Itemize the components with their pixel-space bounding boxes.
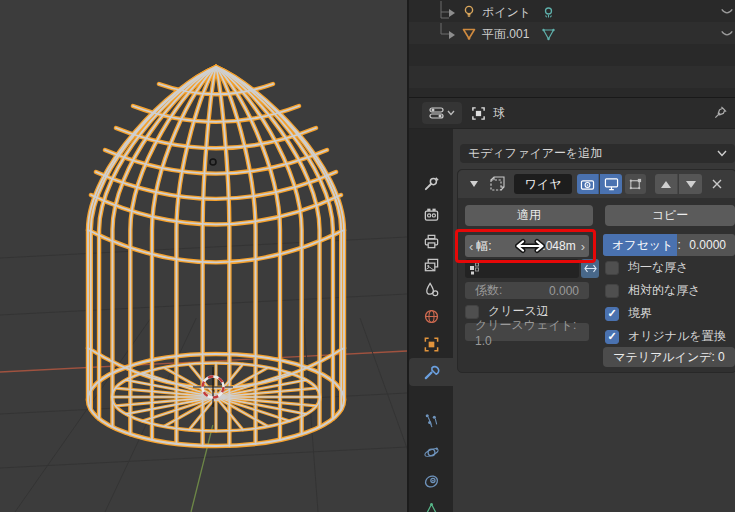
add-modifier-dropdown[interactable]: モディファイアーを追加 [460,144,735,163]
vertex-group-field[interactable] [465,259,579,278]
vertex-group-icon [469,262,483,276]
crease-weight-label: クリースウェイト: 1.0 [475,317,579,348]
even-thickness-checkbox[interactable] [605,261,619,275]
relative-thickness-row: 相対的な厚さ [605,283,701,298]
boundary-checkbox[interactable] [605,307,619,321]
printer-icon [423,233,440,250]
mesh-data-icon [541,27,556,42]
breadcrumb-object-name[interactable]: 球 [493,105,505,122]
monitor-icon [604,177,619,191]
relative-thickness-checkbox[interactable] [605,284,619,298]
pin-icon[interactable] [713,105,728,120]
factor-value: 0.000 [549,284,579,298]
move-modifier-down-button[interactable] [679,174,702,194]
tab-object[interactable] [409,330,453,358]
particles-icon [423,412,440,429]
blender-window: ポイント 平面.001 [0,0,735,512]
tab-object-data[interactable] [409,495,453,512]
camera-icon [580,178,595,191]
properties-tab-strip [409,129,453,512]
slider-increase-icon[interactable] [578,239,589,254]
replace-original-row: オリジナルを置換 [605,329,726,344]
swap-arrows-icon [584,264,597,273]
even-thickness-row: 均一な厚さ [605,260,689,275]
tab-particles[interactable] [409,406,453,434]
object-properties-icon [423,336,440,353]
editor-type-selector[interactable] [422,102,462,124]
properties-editor-icon [429,106,445,120]
chevron-down-icon [717,150,727,157]
closed-eye-icon[interactable] [720,6,734,18]
relative-thickness-label: 相対的な厚さ [628,282,701,299]
closed-eye-icon[interactable] [720,28,734,40]
breadcrumb: 球 [471,105,505,122]
arrow-down-icon [686,181,696,188]
width-slider[interactable]: 幅: 0.048m [465,235,589,257]
outliner: ポイント 平面.001 [409,0,735,97]
width-value: 0.048m [536,239,578,253]
tab-render[interactable] [409,200,453,228]
properties-editor: 球 [409,97,735,512]
tab-constraints[interactable] [409,467,453,495]
apply-button[interactable]: 適用 [465,205,593,226]
replace-original-checkbox[interactable] [605,330,619,344]
3d-viewport[interactable] [0,0,407,512]
width-label: 幅: [476,238,491,255]
toggle-render-button[interactable] [577,174,599,194]
crease-weight-slider[interactable]: クリースウェイト: 1.0 [465,323,589,341]
factor-slider[interactable]: 係数: 0.000 [465,282,589,299]
toggle-editmode-button[interactable] [625,174,646,194]
modifier-panel-header: ワイヤ [458,170,735,198]
material-index-field[interactable]: マテリアルインデ: 0 [603,347,735,367]
sidebar: ポイント 平面.001 [407,0,735,512]
object-data-icon [423,501,440,512]
delete-modifier-button[interactable] [706,174,728,194]
factor-label: 係数: [475,282,502,299]
outliner-item-label[interactable]: ポイント [482,4,531,21]
constraints-icon [423,473,440,490]
offset-colon: : [677,238,680,252]
object-icon [471,106,486,121]
chevron-down-icon [447,110,455,116]
tab-physics[interactable] [409,438,453,466]
cage-object [88,67,344,446]
boundary-label: 境界 [628,305,652,322]
invert-vertex-group-button[interactable] [581,259,599,278]
properties-content: モディファイアーを追加 ワイヤ [453,129,735,512]
world-icon [423,308,440,325]
replace-original-label: オリジナルを置換 [628,328,726,345]
light-data-icon [541,5,556,20]
tab-tool[interactable] [409,169,453,197]
copy-button[interactable]: コピー [605,205,735,226]
expand-arrow-icon[interactable] [449,9,455,17]
move-modifier-up-button[interactable] [655,174,678,194]
tab-world[interactable] [409,302,453,330]
add-modifier-label: モディファイアーを追加 [468,145,602,162]
outliner-row-plane[interactable]: 平面.001 [409,23,735,45]
boundary-row: 境界 [605,306,652,321]
offset-slider[interactable]: オフセット : 0.0000 [603,234,735,256]
edit-mode-icon [628,177,643,191]
arrow-up-icon [661,181,671,188]
wireframe-modifier-icon [488,175,506,193]
modifier-name-field[interactable]: ワイヤ [514,174,572,194]
object-origin-dot [210,159,216,165]
tab-scene[interactable] [409,275,453,303]
toggle-viewport-button[interactable] [600,174,622,194]
offset-label: オフセット [603,234,677,256]
scene-icon [423,281,440,298]
panel-expand-icon[interactable] [470,181,478,187]
outliner-row-point[interactable]: ポイント [409,1,735,23]
physics-icon [423,444,440,461]
tab-modifiers[interactable] [409,358,453,386]
outliner-item-label[interactable]: 平面.001 [482,26,529,43]
offset-value: 0.0000 [689,238,735,252]
wrench-icon [423,364,440,381]
mesh-plane-icon [461,26,477,42]
view-layer-icon [423,257,440,274]
slider-decrease-icon[interactable] [465,239,476,254]
wireframe-modifier-panel: ワイヤ [457,169,735,373]
even-thickness-label: 均一な厚さ [628,259,689,276]
expand-arrow-icon[interactable] [449,31,455,39]
properties-header: 球 [409,98,735,129]
